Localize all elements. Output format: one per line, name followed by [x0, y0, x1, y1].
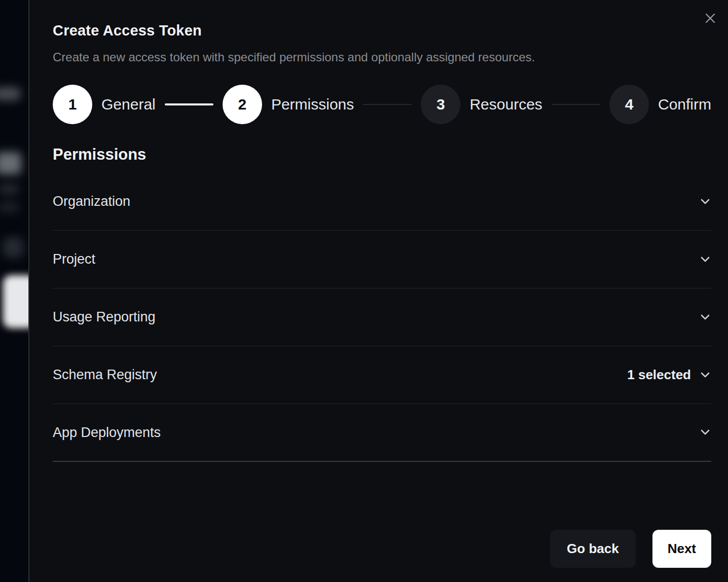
chevron-down-icon [699, 196, 711, 208]
accordion-row-project[interactable]: Project [53, 231, 711, 288]
step-connector [363, 104, 412, 105]
modal-subtitle: Create a new access token with specified… [53, 50, 711, 64]
step-label: Resources [469, 96, 542, 113]
step-label: Permissions [271, 96, 354, 113]
accordion-row-usage-reporting[interactable]: Usage Reporting [53, 288, 711, 346]
step-label: Confirm [658, 96, 711, 113]
background-page-blur [0, 0, 28, 582]
create-access-token-modal: Create Access Token Create a new access … [28, 0, 728, 582]
accordion-label: Project [53, 251, 95, 267]
step-number-badge: 2 [223, 85, 262, 124]
chevron-down-icon [699, 253, 711, 266]
step-label: General [101, 96, 156, 113]
wizard-stepper: 1 General 2 Permissions 3 Resources 4 Co… [53, 85, 711, 124]
chevron-down-icon [699, 426, 711, 439]
blurred-nav-text [0, 184, 19, 195]
accordion-row-organization[interactable]: Organization [53, 173, 711, 231]
blurred-nav-text [0, 202, 19, 213]
blurred-icon [3, 237, 23, 258]
permissions-accordion: Organization Project [53, 173, 711, 462]
accordion-row-schema-registry[interactable]: Schema Registry 1 selected [53, 346, 711, 404]
blurred-card [3, 275, 28, 328]
accordion-row-app-deployments[interactable]: App Deployments [53, 404, 711, 462]
close-button[interactable] [704, 12, 717, 25]
step-number-badge: 1 [53, 85, 92, 124]
next-button[interactable]: Next [652, 530, 711, 568]
step-number-badge: 4 [609, 85, 649, 124]
page-title: Permissions [53, 146, 711, 164]
step-connector [552, 104, 600, 105]
step-confirm[interactable]: 4 Confirm [609, 85, 711, 124]
step-general[interactable]: 1 General [53, 85, 156, 124]
blurred-nav-text [0, 87, 20, 100]
close-icon [704, 12, 716, 26]
modal-footer: Go back Next [550, 530, 711, 568]
blurred-nav-heading [0, 152, 21, 174]
modal-title: Create Access Token [53, 22, 711, 39]
step-permissions[interactable]: 2 Permissions [223, 85, 354, 124]
go-back-button[interactable]: Go back [550, 530, 636, 568]
step-resources[interactable]: 3 Resources [421, 85, 542, 124]
accordion-label: Usage Reporting [53, 309, 156, 325]
accordion-label: App Deployments [53, 425, 161, 441]
accordion-label: Schema Registry [53, 367, 157, 383]
accordion-label: Organization [53, 194, 130, 209]
chevron-down-icon [699, 311, 711, 323]
selected-count-badge: 1 selected [627, 367, 691, 383]
step-number-badge: 3 [421, 85, 460, 124]
chevron-down-icon [699, 369, 711, 381]
step-connector [165, 103, 213, 105]
